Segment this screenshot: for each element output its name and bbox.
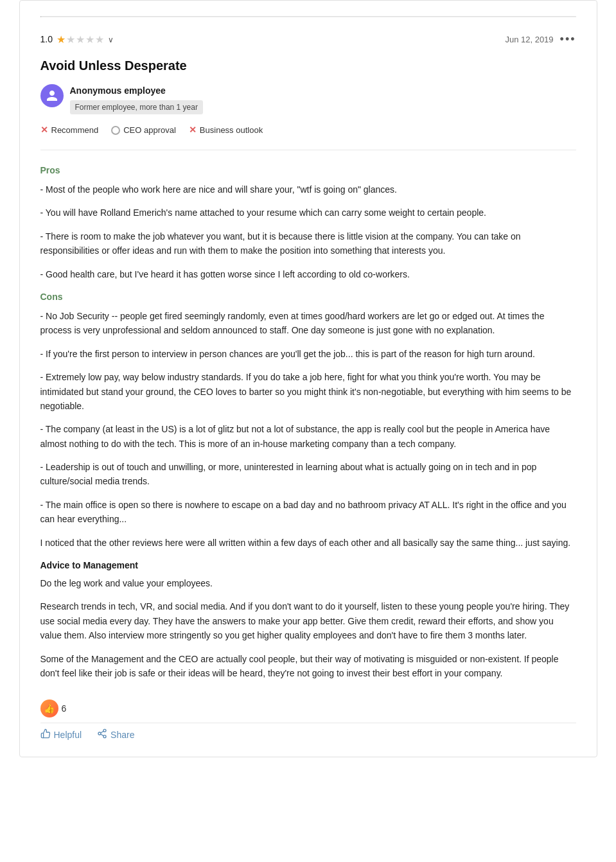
ceo-approval-icon bbox=[111, 126, 120, 135]
star-rating: ★ ★ ★ ★ ★ bbox=[57, 32, 104, 48]
helpful-label: Helpful bbox=[54, 730, 82, 740]
svg-point-1 bbox=[98, 732, 101, 735]
recommend-icon: ✕ bbox=[40, 123, 48, 137]
author-info: Anonymous employee Former employee, more… bbox=[70, 84, 203, 114]
reaction-count: 6 bbox=[62, 702, 67, 716]
ceo-approval-sentiment: CEO approval bbox=[111, 124, 176, 137]
star-4: ★ bbox=[85, 32, 94, 48]
advice-item-3: Some of the Management and the CEO are a… bbox=[40, 652, 576, 681]
share-label: Share bbox=[110, 730, 134, 740]
rating-value: 1.0 bbox=[40, 33, 53, 46]
author-tag: Former employee, more than 1 year bbox=[70, 100, 203, 114]
footer-row: 👍 6 bbox=[40, 693, 576, 717]
recommend-label: Recommend bbox=[51, 124, 99, 137]
pros-item-3: - There is room to make the job whatever… bbox=[40, 229, 576, 258]
star-1: ★ bbox=[57, 32, 66, 48]
cons-item-1: - No Job Security -- people get fired se… bbox=[40, 309, 576, 338]
chevron-down-icon[interactable]: ∨ bbox=[108, 34, 114, 46]
advice-label: Advice to Management bbox=[40, 559, 576, 572]
sentiment-row: ✕ Recommend CEO approval ✕ Business outl… bbox=[40, 123, 576, 137]
cons-item-2: - If you're the first person to intervie… bbox=[40, 347, 576, 361]
star-3: ★ bbox=[76, 32, 85, 48]
svg-point-2 bbox=[103, 735, 106, 738]
share-button[interactable]: Share bbox=[97, 728, 134, 741]
svg-point-0 bbox=[103, 730, 106, 732]
helpful-button[interactable]: Helpful bbox=[40, 728, 82, 741]
advice-item-1: Do the leg work and value your employees… bbox=[40, 576, 576, 590]
business-outlook-label: Business outlook bbox=[200, 124, 263, 137]
more-options-button[interactable]: ••• bbox=[560, 31, 576, 48]
header-right: Jun 12, 2019 ••• bbox=[505, 31, 576, 48]
reaction-bubble: 👍 6 bbox=[40, 699, 67, 717]
cons-item-6: - The main office is open so there is no… bbox=[40, 498, 576, 527]
review-date: Jun 12, 2019 bbox=[505, 33, 553, 46]
pros-item-1: - Most of the people who work here are n… bbox=[40, 182, 576, 197]
business-outlook-sentiment: ✕ Business outlook bbox=[189, 123, 263, 137]
share-icon bbox=[97, 728, 107, 741]
rating-row: 1.0 ★ ★ ★ ★ ★ ∨ bbox=[40, 32, 114, 48]
card-header: 1.0 ★ ★ ★ ★ ★ ∨ Jun 12, 2019 ••• bbox=[40, 31, 576, 48]
ceo-approval-label: CEO approval bbox=[123, 124, 176, 137]
star-2: ★ bbox=[66, 32, 75, 48]
business-outlook-icon: ✕ bbox=[189, 123, 197, 137]
pros-item-4: - Good health care, but I've heard it ha… bbox=[40, 267, 576, 281]
review-card: 1.0 ★ ★ ★ ★ ★ ∨ Jun 12, 2019 ••• Avoid U… bbox=[19, 0, 597, 757]
recommend-sentiment: ✕ Recommend bbox=[40, 123, 99, 137]
helpful-icon bbox=[40, 728, 51, 741]
author-section: Anonymous employee Former employee, more… bbox=[40, 84, 576, 114]
cons-item-4: - The company (at least in the US) is a … bbox=[40, 422, 576, 451]
cons-item-7: I noticed that the other reviews here we… bbox=[40, 536, 576, 550]
cons-item-3: - Extremely low pay, way below industry … bbox=[40, 370, 576, 413]
svg-line-3 bbox=[101, 734, 104, 736]
svg-line-4 bbox=[101, 732, 104, 734]
top-divider bbox=[40, 16, 576, 17]
advice-item-2: Research trends in tech, VR, and social … bbox=[40, 599, 576, 642]
cons-item-5: - Leadership is out of touch and unwilli… bbox=[40, 460, 576, 489]
action-row: Helpful Share bbox=[40, 723, 576, 741]
author-name: Anonymous employee bbox=[70, 84, 203, 98]
avatar bbox=[40, 84, 64, 107]
section-divider bbox=[40, 150, 576, 150]
star-5: ★ bbox=[95, 32, 104, 48]
review-title: Avoid Unless Desperate bbox=[40, 56, 576, 75]
pros-item-2: - You will have Rolland Emerich's name a… bbox=[40, 206, 576, 220]
pros-label: Pros bbox=[40, 164, 576, 177]
emoji-badge: 👍 bbox=[40, 699, 58, 717]
cons-label: Cons bbox=[40, 290, 576, 304]
